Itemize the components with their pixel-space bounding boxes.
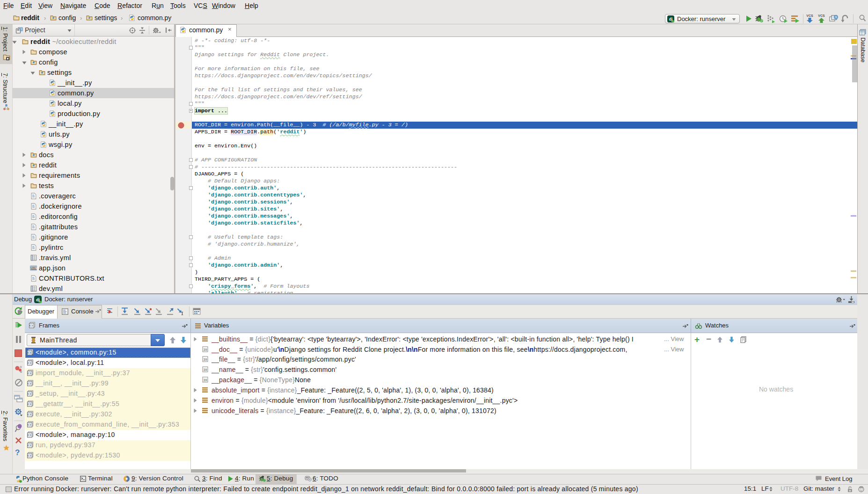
svg-text:JSON: JSON: [30, 267, 36, 269]
svg-text:39: 39: [204, 378, 207, 382]
svg-text:39: 39: [204, 358, 207, 361]
svg-text:VCS: VCS: [818, 14, 825, 17]
svg-text:dj: dj: [36, 298, 40, 302]
svg-text:VCS: VCS: [806, 14, 813, 17]
svg-text:39: 39: [204, 368, 207, 371]
svg-text:dj: dj: [669, 17, 672, 22]
svg-text:39: 39: [204, 348, 207, 351]
